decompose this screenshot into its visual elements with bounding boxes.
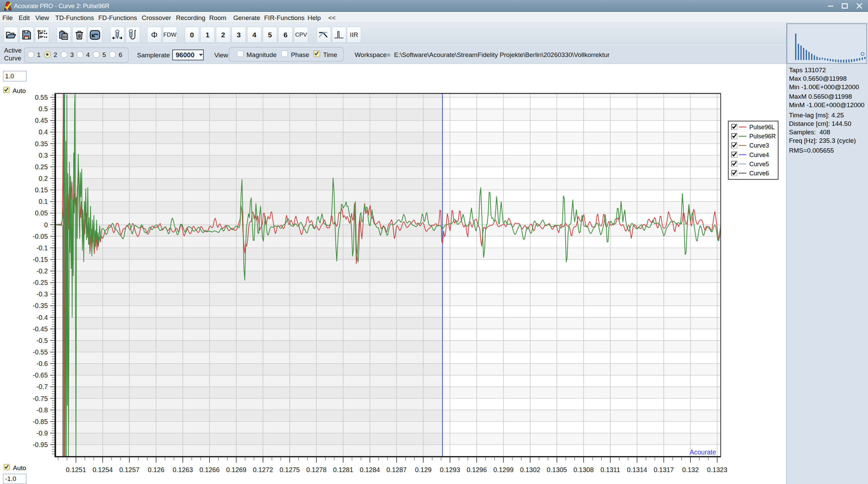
svg-text:0.1311: 0.1311 bbox=[600, 466, 620, 473]
svg-text:0.15: 0.15 bbox=[35, 186, 48, 194]
svg-text:Curve6: Curve6 bbox=[749, 170, 769, 177]
svg-text:Pulse96L: Pulse96L bbox=[749, 124, 775, 131]
svg-text:Curve3: Curve3 bbox=[749, 142, 769, 149]
svg-text:-0.3: -0.3 bbox=[36, 290, 48, 298]
svg-text:-0.5: -0.5 bbox=[36, 337, 48, 344]
svg-text:-0.9: -0.9 bbox=[36, 429, 48, 437]
svg-text:0.4: 0.4 bbox=[39, 128, 48, 136]
svg-text:0.1272: 0.1272 bbox=[253, 466, 273, 473]
svg-text:0.1251: 0.1251 bbox=[66, 466, 86, 473]
svg-text:0.1296: 0.1296 bbox=[467, 466, 487, 473]
svg-text:-0.4: -0.4 bbox=[36, 314, 48, 321]
svg-text:0.1284: 0.1284 bbox=[360, 466, 380, 473]
svg-text:-0.75: -0.75 bbox=[33, 395, 48, 402]
svg-text:0.05: 0.05 bbox=[35, 209, 48, 217]
svg-text:Curve5: Curve5 bbox=[749, 161, 769, 168]
svg-text:0.1305: 0.1305 bbox=[547, 466, 567, 473]
svg-text:-0.65: -0.65 bbox=[33, 371, 48, 379]
svg-text:0.1302: 0.1302 bbox=[520, 466, 540, 473]
svg-text:0.1263: 0.1263 bbox=[173, 466, 193, 473]
svg-text:-0.6: -0.6 bbox=[36, 360, 48, 367]
svg-text:Pulse96R: Pulse96R bbox=[749, 133, 776, 140]
svg-text:-0.95: -0.95 bbox=[33, 441, 48, 448]
svg-text:0.5: 0.5 bbox=[39, 105, 48, 113]
svg-text:-0.35: -0.35 bbox=[33, 302, 48, 309]
svg-text:0.1308: 0.1308 bbox=[573, 466, 594, 473]
svg-text:0.55: 0.55 bbox=[35, 94, 48, 101]
svg-text:-0.7: -0.7 bbox=[36, 383, 48, 390]
svg-text:0.129: 0.129 bbox=[415, 466, 432, 473]
svg-text:0.1287: 0.1287 bbox=[387, 466, 407, 473]
svg-text:0.1254: 0.1254 bbox=[93, 466, 113, 473]
svg-text:-0.45: -0.45 bbox=[33, 325, 48, 333]
svg-text:0: 0 bbox=[44, 221, 48, 229]
svg-text:Acourate: Acourate bbox=[690, 448, 716, 456]
svg-text:0.126: 0.126 bbox=[148, 466, 164, 473]
svg-text:0.25: 0.25 bbox=[35, 163, 48, 171]
svg-text:0.1281: 0.1281 bbox=[333, 466, 353, 473]
svg-text:0.132: 0.132 bbox=[682, 466, 699, 473]
svg-text:-0.55: -0.55 bbox=[33, 348, 48, 356]
svg-text:-0.2: -0.2 bbox=[36, 267, 48, 275]
svg-text:0.1293: 0.1293 bbox=[440, 466, 460, 473]
svg-text:0.1323: 0.1323 bbox=[707, 466, 727, 473]
svg-text:-0.85: -0.85 bbox=[33, 418, 48, 425]
svg-text:0.3: 0.3 bbox=[39, 152, 48, 159]
svg-text:0.2: 0.2 bbox=[39, 175, 48, 182]
svg-text:-0.05: -0.05 bbox=[33, 233, 48, 240]
svg-text:0.1317: 0.1317 bbox=[654, 466, 674, 473]
svg-text:0.1257: 0.1257 bbox=[119, 466, 140, 473]
svg-text:0.1278: 0.1278 bbox=[306, 466, 327, 473]
svg-text:0.1269: 0.1269 bbox=[226, 466, 246, 473]
svg-text:0.1: 0.1 bbox=[39, 198, 48, 205]
svg-text:-0.8: -0.8 bbox=[36, 406, 48, 414]
svg-text:0.1299: 0.1299 bbox=[493, 466, 514, 473]
svg-text:0.1314: 0.1314 bbox=[627, 466, 647, 473]
svg-text:Curve4: Curve4 bbox=[749, 152, 769, 158]
svg-text:-0.1: -0.1 bbox=[36, 244, 48, 252]
svg-text:-0.15: -0.15 bbox=[33, 256, 48, 263]
svg-text:0.1266: 0.1266 bbox=[199, 466, 220, 473]
svg-text:0.35: 0.35 bbox=[35, 140, 48, 148]
svg-text:-0.25: -0.25 bbox=[33, 279, 48, 286]
svg-text:0.45: 0.45 bbox=[35, 117, 48, 124]
svg-text:0.1275: 0.1275 bbox=[280, 466, 300, 473]
